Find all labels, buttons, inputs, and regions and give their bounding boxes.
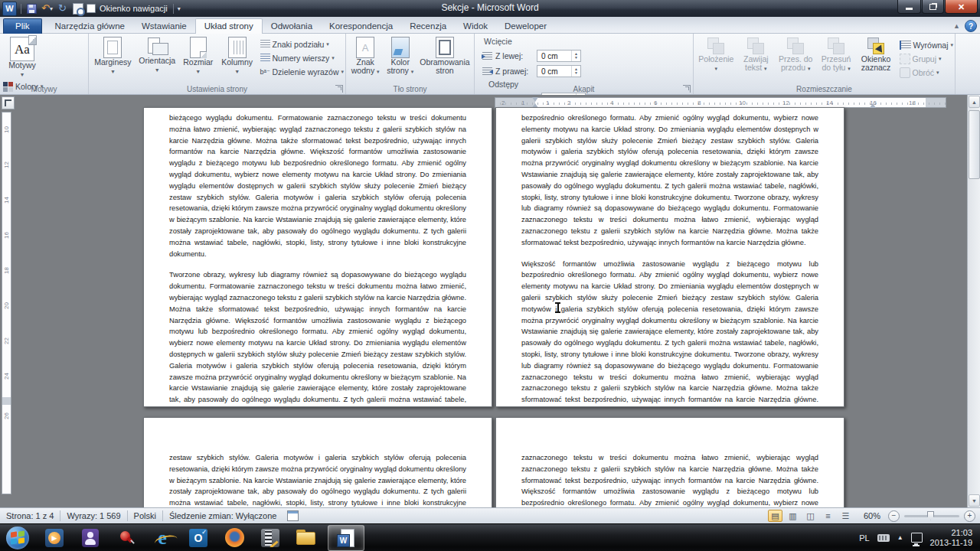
ruler-ticks — [495, 103, 946, 105]
taskbar-explorer-button[interactable] — [296, 527, 317, 549]
scrollbar-thumb[interactable] — [969, 110, 980, 179]
paragraph: Większość formantów umożliwia zastosowan… — [521, 259, 818, 407]
horizontal-ruler[interactable]: 2 1 1 2 4 6 8 10 12 14 16 18 — [495, 97, 946, 108]
zoom-slider-handle[interactable] — [927, 511, 934, 520]
tab-mailings[interactable]: Korespondencja — [321, 19, 401, 34]
position-button[interactable]: Położenie ▾ — [695, 36, 737, 80]
tab-review[interactable]: Recenzja — [401, 19, 455, 34]
language-indicator[interactable]: PL — [859, 533, 869, 543]
tab-view[interactable]: Widok — [455, 19, 496, 34]
start-button[interactable] — [6, 527, 29, 549]
tab-home[interactable]: Narzędzia główne — [47, 19, 133, 34]
divider — [173, 4, 174, 14]
minimize-ribbon-icon[interactable]: ▲ — [953, 22, 960, 30]
track-changes-status[interactable]: Śledzenie zmian: Wyłączone — [163, 511, 283, 520]
tab-file[interactable]: Plik — [3, 18, 42, 34]
vertical-ruler[interactable]: 10 12 14 16 18 20 22 24 26 — [2, 112, 11, 494]
show-hidden-icons-button[interactable]: ▲ — [897, 534, 903, 541]
keyboard-icon[interactable] — [877, 534, 890, 542]
page-color-button[interactable]: Kolor strony ▾ — [383, 36, 417, 77]
tab-insert[interactable]: Wstawianie — [133, 19, 195, 34]
tab-selector-button[interactable] — [2, 96, 15, 109]
columns-button[interactable]: Kolumny ▼ — [217, 36, 257, 77]
navigation-pane-label[interactable]: Okienko nawigacji — [98, 4, 169, 13]
themes-button[interactable]: Aa Motywy ▼ — [2, 36, 43, 80]
taskbar-internet-explorer-button[interactable]: e — [152, 527, 173, 549]
wrap-text-button[interactable]: Zawijaj tekst ▾ — [737, 36, 775, 80]
scroll-up-button[interactable]: ▲ — [969, 96, 980, 108]
close-button[interactable]: ✕ — [945, 0, 978, 14]
print-preview-button[interactable] — [71, 2, 84, 15]
group-objects-button[interactable]: Grupuj▾ — [900, 52, 954, 66]
undo-button[interactable]: ↶▾ — [41, 2, 54, 15]
taskbar-messenger-button[interactable] — [80, 527, 101, 549]
size-button[interactable]: Rozmiar ▼ — [179, 36, 217, 77]
restore-button[interactable] — [922, 0, 944, 14]
rotate-button[interactable]: Obróć▾ — [900, 66, 954, 80]
taskbar-media-player-button[interactable]: ▶ — [44, 527, 65, 549]
margins-button[interactable]: Marginesy ▼ — [90, 36, 136, 77]
indent-left-input[interactable]: 0 cm ▲▼ — [537, 50, 581, 62]
scroll-down-button[interactable]: ▼ — [969, 494, 980, 507]
view-draft-button[interactable]: ☰ — [838, 510, 853, 522]
view-web-layout-button[interactable]: ◫ — [803, 510, 818, 522]
margins-icon — [103, 37, 122, 58]
page-3[interactable]: zestaw szybkich stylów. Galeria motywów … — [143, 417, 492, 507]
bring-forward-button[interactable]: Przes. do przodu ▾ — [775, 36, 817, 80]
right-indent-marker[interactable] — [870, 100, 876, 108]
spinner-arrows[interactable]: ▲▼ — [571, 66, 580, 77]
customize-qat-button[interactable]: ▾ — [178, 5, 181, 12]
send-backward-button[interactable]: Przesuń do tyłu ▾ — [817, 36, 856, 80]
save-button[interactable] — [25, 2, 38, 15]
watermark-button[interactable]: A Znak wodny ▾ — [348, 36, 383, 77]
send-backward-icon — [827, 37, 845, 55]
line-numbers-button[interactable]: Numery wierszy▾ — [260, 51, 344, 65]
view-outline-button[interactable]: ≡ — [821, 510, 835, 522]
zoom-in-button[interactable]: + — [964, 510, 975, 522]
tab-developer[interactable]: Deweloper — [496, 19, 555, 34]
page-borders-button[interactable]: Obramowania stron — [417, 36, 472, 77]
language-status[interactable]: Polski — [128, 511, 162, 520]
paragraph-dialog-launcher[interactable] — [683, 85, 691, 93]
divider — [21, 4, 21, 14]
group-arrange: Położenie ▾ Zawijaj tekst ▾ Przes. do pr… — [694, 34, 956, 94]
taskbar-clock[interactable]: 21:03 2013-11-19 — [930, 528, 972, 548]
spinner-arrows[interactable]: ▲▼ — [571, 51, 580, 61]
paragraph: bieżącego wyglądu dokumentu. Formatowani… — [169, 112, 466, 259]
view-fullscreen-reading-button[interactable]: ▥ — [786, 510, 800, 522]
page-2[interactable]: bezpośrednio określonego formatu. Aby zm… — [495, 107, 844, 407]
taskbar-outlook-button[interactable]: O — [188, 527, 209, 549]
tab-page-layout[interactable]: Układ strony — [195, 18, 263, 34]
word-document-icon: W — [337, 529, 355, 547]
zoom-level[interactable]: 60% — [864, 511, 880, 520]
vertical-scrollbar[interactable]: ▲ ▼ — [967, 95, 980, 507]
view-print-layout-button[interactable]: ▤ — [768, 510, 782, 522]
page-1[interactable]: bieżącego wyglądu dokumentu. Formatowani… — [143, 107, 492, 407]
zoom-slider[interactable] — [904, 515, 959, 517]
taskbar-pin-app-button[interactable] — [116, 527, 137, 549]
page-count-status[interactable]: Strona: 1 z 4 — [0, 511, 60, 520]
network-icon[interactable] — [911, 533, 923, 543]
page-4[interactable]: zaznaczonego tekstu w treści dokumentu m… — [495, 417, 844, 507]
help-icon[interactable]: ? — [965, 20, 977, 32]
group-themes: Aa Motywy ▼ Kolory▾ A Czcionki▾ Efekty▾ … — [0, 34, 89, 94]
hyphenation-button[interactable]: bᵃ⁻ Dzielenie wyrazów▾ — [260, 65, 344, 79]
taskbar-word-button-active[interactable]: W — [328, 525, 364, 551]
tab-references[interactable]: Odwołania — [263, 19, 321, 34]
page-setup-dialog-launcher[interactable] — [335, 85, 343, 93]
breaks-button[interactable]: Znaki podziału▾ — [260, 37, 344, 51]
zoom-out-button[interactable]: − — [888, 510, 900, 522]
taskbar-movie-maker-button[interactable] — [260, 527, 281, 549]
macro-record-icon[interactable] — [287, 510, 299, 521]
redo-button[interactable]: ↻ — [56, 2, 69, 15]
selection-pane-button[interactable]: Okienko zaznacz — [856, 36, 897, 80]
minimize-button[interactable] — [897, 0, 921, 14]
navigation-pane-checkbox[interactable] — [87, 4, 96, 13]
align-button[interactable]: Wyrównaj▾ — [900, 38, 954, 52]
orientation-button[interactable]: Orientacja ▼ — [136, 36, 179, 75]
word-count-status[interactable]: Wyrazy: 1 569 — [60, 511, 126, 520]
indent-right-input[interactable]: 0 cm ▲▼ — [537, 65, 581, 77]
breaks-icon — [260, 40, 270, 49]
word-app-icon[interactable]: W — [2, 2, 17, 16]
taskbar-firefox-button[interactable] — [224, 527, 245, 549]
